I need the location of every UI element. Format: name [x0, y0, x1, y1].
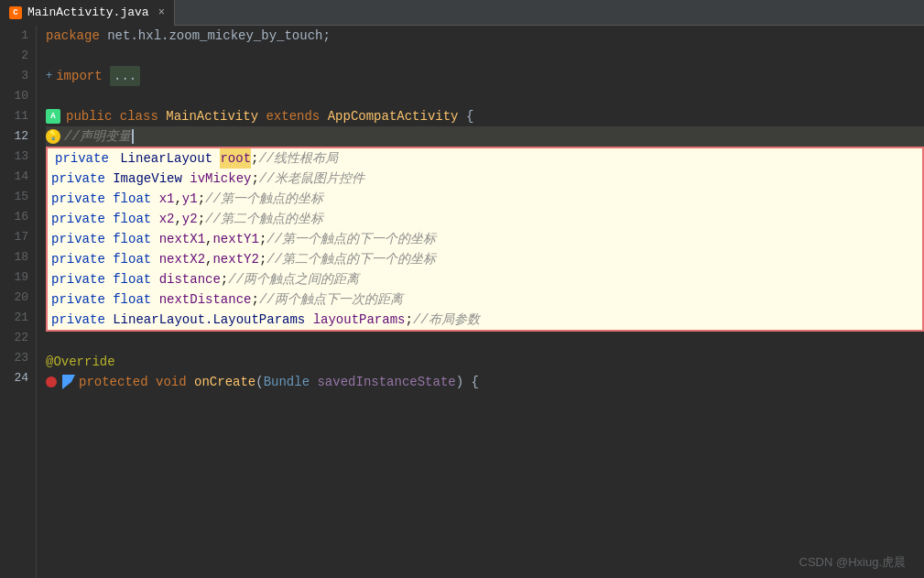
comment-21: //布局参数 [413, 310, 480, 330]
param-savedstate: savedInstanceState [317, 372, 455, 392]
comment-18: //第二个触点的下一个的坐标 [266, 249, 436, 269]
method-oncreate: onCreate [194, 372, 255, 392]
paren-open: ( [255, 372, 263, 392]
line-num-19: 19 [7, 267, 28, 288]
kw-private-19: private [51, 269, 113, 289]
kw-float-15: float [113, 189, 158, 209]
sel-line-17: private float nextX1 , nextY1 ; //第一个触点的… [48, 229, 922, 249]
lightbulb-icon[interactable]: 💡 [46, 129, 60, 144]
android-icon: A [46, 109, 60, 124]
kw-protected: protected [79, 372, 156, 392]
line-num-20: 20 [7, 288, 28, 308]
line-num-22: 22 [7, 328, 28, 348]
kw-private-14: private [51, 169, 113, 189]
line-num-18: 18 [7, 247, 28, 267]
annotation-override: @Override [46, 352, 115, 372]
plain-15: ; [198, 189, 205, 209]
kw-float-19: float [113, 269, 158, 289]
kw-private-20: private [51, 289, 113, 310]
line-num-10: 10 [7, 86, 28, 106]
line-num-16: 16 [7, 207, 28, 227]
comma-17: , [205, 229, 212, 249]
line-num-2: 2 [7, 46, 28, 66]
watermark: CSDN @Hxiug.虎晨 [799, 554, 907, 571]
class-appcompat: AppCompatActivity [328, 106, 459, 126]
comment-declare: //声明变量 [64, 126, 131, 147]
sel-line-19: private float distance ; //两个触点之间的距离 [48, 269, 922, 289]
tab-bar: C MainActivity.java × [0, 0, 924, 26]
kw-public: public [66, 106, 120, 126]
var-root: root [220, 148, 251, 169]
var-y1: y1 [182, 189, 198, 209]
breakpoint-icon[interactable] [46, 376, 57, 387]
plain-16: ; [198, 209, 205, 229]
comment-13: //线性根布局 [258, 148, 338, 169]
type-layoutparams-21: LinearLayout.LayoutParams [113, 310, 312, 330]
code-line-12: 💡 //声明变量 [46, 126, 924, 147]
open-brace-class: { [459, 106, 474, 126]
var-x2: x2 [159, 209, 175, 229]
var-nexty1: nextY1 [212, 229, 258, 249]
kw-package: package [46, 26, 107, 46]
line-num-23: 23 [7, 348, 28, 368]
kw-float-18: float [113, 249, 158, 269]
line-num-14: 14 [7, 167, 28, 187]
var-nexty2: nextY2 [212, 249, 258, 269]
plain-21: ; [405, 310, 412, 330]
var-distance: distance [159, 269, 221, 289]
comma-18: , [205, 249, 212, 269]
plain-14: ; [251, 169, 258, 189]
kw-float-20: float [113, 289, 158, 310]
line-num-24: 24 [7, 368, 28, 388]
comma-16: , [174, 209, 181, 229]
kw-private-16: private [51, 209, 113, 229]
selection-region: private LinearLayout root ; //线性根布局 priv… [46, 147, 924, 332]
kw-float-16: float [113, 209, 158, 229]
tab-java-icon: C [9, 6, 22, 19]
code-line-10 [46, 86, 924, 106]
var-layoutparams: layoutParams [313, 310, 406, 330]
code-line-11: A public class MainActivity extends AppC… [46, 106, 924, 126]
type-imageview-14: ImageView [113, 169, 190, 189]
import-expand-icon[interactable]: + [46, 66, 52, 86]
plain-17: ; [259, 229, 266, 249]
import-collapsed: ... [110, 66, 140, 86]
var-nextx2: nextX2 [159, 249, 205, 269]
plain-18: ; [259, 249, 266, 269]
comma-15: , [174, 189, 181, 209]
editor-container: C MainActivity.java × 1 2 3 10 11 12 13 … [0, 0, 924, 578]
class-mainactivity: MainActivity [166, 106, 266, 126]
sel-line-13: private LinearLayout root ; //线性根布局 [48, 148, 922, 169]
kw-private-21: private [51, 310, 113, 330]
code-line-23: @Override [46, 352, 924, 372]
line-num-15: 15 [7, 187, 28, 207]
line-num-3: 3 [7, 66, 28, 86]
sel-line-14: private ImageView ivMickey ; //米老鼠图片控件 [48, 169, 922, 189]
code-line-1: package net.hxl.zoom_mickey_by_touch; [46, 26, 924, 46]
code-line-3: + import ... [46, 66, 924, 86]
line-numbers: 1 2 3 10 11 12 13 14 15 16 17 18 19 20 2… [0, 26, 37, 578]
kw-float-17: float [113, 229, 158, 249]
sel-line-15: private float x1 , y1 ; //第一个触点的坐标 [48, 189, 922, 209]
paren-close: ) { [456, 372, 479, 392]
line-num-21: 21 [7, 308, 28, 328]
comment-17: //第一个触点的下一个的坐标 [266, 229, 436, 249]
code-area[interactable]: package net.hxl.zoom_mickey_by_touch; + … [37, 26, 924, 578]
tab-filename: MainActivity.java [27, 5, 149, 19]
cursor [132, 129, 134, 144]
kw-void: void [156, 372, 194, 392]
line-num-13: 13 [7, 147, 28, 167]
var-ivmickey: ivMickey [190, 169, 251, 189]
sel-line-18: private float nextX2 , nextY2 ; //第二个触点的… [48, 249, 922, 269]
comment-15: //第一个触点的坐标 [205, 189, 323, 209]
kw-private-17: private [51, 229, 113, 249]
editor-body: 1 2 3 10 11 12 13 14 15 16 17 18 19 20 2… [0, 26, 924, 578]
kw-class: class [120, 106, 166, 126]
plain-19: ; [221, 269, 228, 289]
kw-extends: extends [266, 106, 327, 126]
plain-13: ; [251, 148, 258, 169]
active-tab[interactable]: C MainActivity.java × [0, 0, 175, 26]
tab-close-button[interactable]: × [158, 6, 165, 19]
code-line-24: protected void onCreate ( Bundle savedIn… [46, 372, 924, 392]
kw-private-15: private [51, 189, 113, 209]
